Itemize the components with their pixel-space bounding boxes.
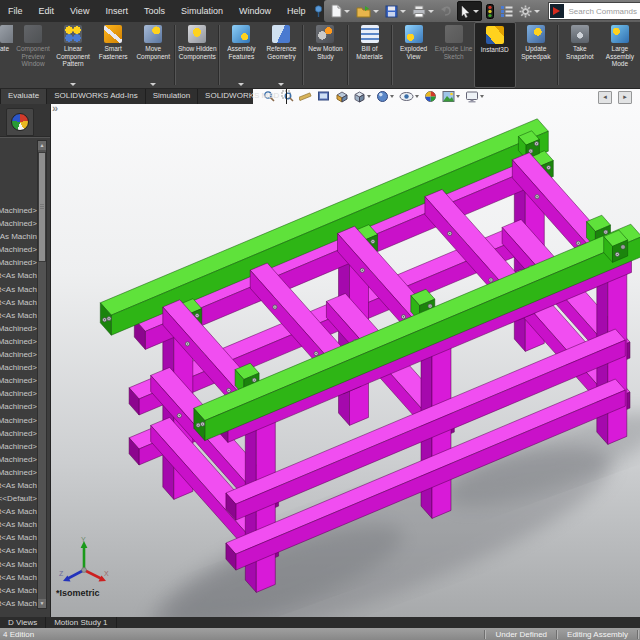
tree-item[interactable]: ult<As Mach (0, 310, 38, 323)
hide-show-items-icon[interactable] (398, 91, 420, 102)
view-orientation-icon[interactable] (352, 90, 372, 103)
new-document-button[interactable] (328, 2, 352, 20)
previous-view-icon[interactable] (316, 90, 331, 103)
tree-item[interactable]: Machined> (0, 428, 38, 441)
select-arrow-button[interactable] (457, 1, 482, 21)
linear-component-pattern-button[interactable]: Linear Component Pattern (53, 22, 93, 88)
tree-item[interactable]: ult<As Mach (0, 284, 38, 297)
tree-item[interactable]: s Machined> (0, 362, 38, 375)
tab-simulation[interactable]: Simulation (146, 88, 198, 104)
open-dropdown-caret[interactable] (373, 10, 379, 13)
ate-button[interactable]: ate (0, 22, 13, 88)
view-settings-icon[interactable] (464, 91, 485, 103)
dropdown-caret[interactable] (278, 83, 284, 86)
tree-item[interactable]: lt<As Mach (0, 572, 38, 585)
search-input[interactable] (566, 6, 640, 17)
reference-geometry-button[interactable]: Reference Geometry (261, 22, 301, 88)
pane-collapse-right-button[interactable]: ▸ (618, 91, 632, 104)
menu-insert[interactable]: Insert (97, 0, 136, 22)
tree-item[interactable]: ult<As Mach (0, 598, 38, 611)
print-dropdown-caret[interactable] (428, 10, 434, 13)
save-button[interactable] (383, 2, 408, 20)
scrollbar-thumb[interactable] (38, 152, 46, 262)
tree-item[interactable]: ult<As Mach (0, 297, 38, 310)
large-assembly-mode-button[interactable]: Large Assembly Mode (600, 22, 640, 88)
tree-item[interactable]: Machined> (0, 454, 38, 467)
edit-appearance-icon[interactable] (423, 90, 438, 103)
new-document-dropdown-caret[interactable] (344, 10, 350, 13)
assembly-3d-model[interactable] (50, 104, 640, 617)
new-motion-study-button[interactable]: New Motion Study (305, 22, 345, 88)
tree-item[interactable]: s Machined> (0, 244, 38, 257)
update-speedpak-button[interactable]: Update Speedpak (516, 22, 556, 88)
open-button[interactable] (354, 2, 381, 20)
tree-item[interactable]: ult<As Mach (0, 559, 38, 572)
menu-tools[interactable]: Tools (136, 0, 173, 22)
tab-solidworks-add-ins[interactable]: SOLIDWORKS Add-Ins (47, 88, 146, 104)
menu-view[interactable]: View (62, 0, 97, 22)
bill-of-materials-button[interactable]: Bill of Materials (350, 22, 390, 88)
instant3d-button[interactable]: Instant3D (474, 22, 516, 88)
options-gear-button[interactable] (517, 2, 542, 20)
menu-file[interactable]: File (0, 0, 31, 22)
dropdown-caret[interactable] (70, 83, 76, 86)
apply-scene-icon[interactable] (441, 90, 461, 103)
pin-icon[interactable] (313, 0, 324, 22)
tab-solidworks-mbd[interactable]: SOLIDWORKS MBD (198, 88, 287, 104)
menu-edit[interactable]: Edit (31, 0, 63, 22)
tree-item[interactable]: <<Default> (0, 493, 38, 506)
dropdown-caret[interactable] (238, 83, 244, 86)
tree-item[interactable]: ult<As Mach (0, 270, 38, 283)
dropdown-caret[interactable] (150, 83, 156, 86)
save-dropdown-caret[interactable] (400, 10, 406, 13)
tree-scrollbar[interactable]: ▲ ▼ (37, 140, 47, 609)
tree-item[interactable]: s Machined> (0, 336, 38, 349)
tree-item[interactable]: ult<As Mach (0, 585, 38, 598)
print-button[interactable] (410, 2, 436, 20)
scroll-down-arrow[interactable]: ▼ (38, 599, 46, 608)
tree-item[interactable]: s Machined> (0, 388, 38, 401)
display-style-dropdown-caret[interactable] (390, 95, 394, 98)
tree-item[interactable]: Machined> (0, 441, 38, 454)
tree-item[interactable]: ult<As Mach (0, 480, 38, 493)
tree-item[interactable]: Machined> (0, 415, 38, 428)
tree-item[interactable]: s Machined> (0, 205, 38, 218)
tree-item[interactable]: Machined> (0, 467, 38, 480)
apply-scene-dropdown-caret[interactable] (456, 95, 460, 98)
tree-item[interactable]: ult<As Mach (0, 506, 38, 519)
exploded-view-button[interactable]: Exploded View (394, 22, 434, 88)
measure-icon[interactable] (298, 90, 313, 103)
rebuild-traffic-light-button[interactable] (484, 2, 496, 20)
tree-item[interactable]: s Machined> (0, 323, 38, 336)
tree-item[interactable]: ult<As Mach (0, 519, 38, 532)
tab-d-views[interactable]: D Views (0, 617, 46, 628)
menu-window[interactable]: Window (231, 0, 279, 22)
tree-item[interactable]: s Machined> (0, 375, 38, 388)
tab-motion-study-1[interactable]: Motion Study 1 (46, 617, 116, 628)
tree-item[interactable]: s Machined> (0, 257, 38, 270)
select-arrow-dropdown-caret[interactable] (473, 10, 479, 13)
tree-item[interactable]: <As Machin (0, 231, 38, 244)
assembly-features-button[interactable]: Assembly Features (221, 22, 261, 88)
move-component-button[interactable]: Move Component (133, 22, 173, 88)
search-commands-box[interactable] (548, 2, 640, 20)
view-orientation-dropdown-caret[interactable] (367, 95, 371, 98)
section-view-icon[interactable] (334, 90, 349, 103)
tree-item[interactable]: lt<As Mach (0, 532, 38, 545)
display-manager-tab[interactable] (6, 108, 34, 136)
scroll-up-arrow[interactable]: ▲ (38, 141, 46, 150)
tree-item[interactable]: s Machined> (0, 401, 38, 414)
menu-help[interactable]: Help (279, 0, 314, 22)
options-gear-dropdown-caret[interactable] (534, 10, 540, 13)
take-snapshot-button[interactable]: Take Snapshot (560, 22, 600, 88)
pane-collapse-left-button[interactable]: ◂ (598, 91, 612, 104)
menu-simulation[interactable]: Simulation (173, 0, 231, 22)
hide-show-items-dropdown-caret[interactable] (415, 95, 419, 98)
tree-item[interactable]: s Machined> (0, 218, 38, 231)
show-hidden-components-button[interactable]: Show Hidden Components (177, 22, 217, 88)
smart-fasteners-button[interactable]: Smart Fasteners (93, 22, 133, 88)
tree-item[interactable]: s Machined> (0, 349, 38, 362)
display-style-icon[interactable] (375, 90, 395, 103)
tree-item[interactable]: ult<As Mach (0, 545, 38, 558)
tab-evaluate[interactable]: Evaluate (1, 88, 47, 104)
